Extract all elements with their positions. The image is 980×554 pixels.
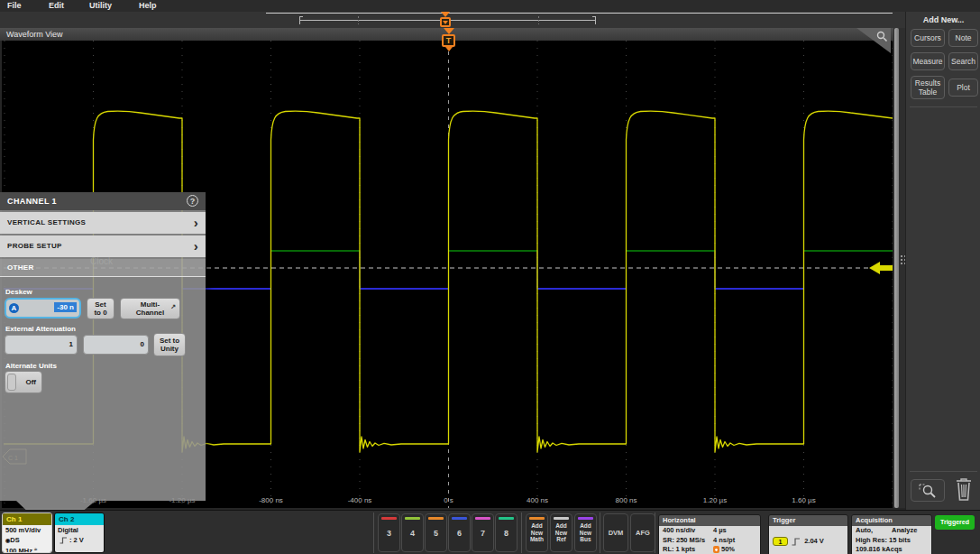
oscilloscope-screen: File Edit Utility Help Waveform View C 1… [0, 0, 980, 554]
alternate-units-label: Alternate Units [5, 362, 57, 370]
trigger-title: Trigger [769, 515, 847, 526]
afg-button[interactable]: AFG [630, 513, 655, 552]
menu-item-utility[interactable]: Utility [89, 1, 112, 10]
section-vertical-settings[interactable]: VERTICAL SETTINGS › [0, 212, 206, 234]
ch2-badge-header: Ch 2 [55, 513, 104, 525]
channel-button-label: 5 [434, 529, 438, 538]
note-button[interactable]: Note [948, 29, 978, 47]
trigger-time-marker[interactable]: T [439, 28, 458, 51]
trigger-source-badge: 1 [773, 537, 788, 546]
record-duration: 4 µs [713, 526, 727, 536]
section-other[interactable]: OTHER [0, 259, 206, 277]
add-new-panel: Add New... Cursors Note Measure Search R… [905, 12, 980, 554]
deskew-label: Deskew [5, 288, 32, 296]
set-to-unity-button[interactable]: Set to Unity [153, 333, 186, 356]
ch1-badge-header: Ch 1 [3, 513, 51, 525]
channel-6-button[interactable]: 6 [448, 513, 471, 552]
ch2-threshold: : 2 V [69, 536, 84, 544]
time-axis-label: 1.20 µs [688, 496, 742, 504]
triggered-status-badge: Triggered [935, 515, 975, 530]
ch1-probe: DS [10, 536, 19, 544]
ch1-scale: 500 mV/div [5, 526, 41, 534]
measure-button[interactable]: Measure [911, 52, 945, 70]
bandwidth-icon: ≈ [34, 547, 37, 552]
separator [655, 512, 655, 553]
section-label: OTHER [7, 263, 34, 272]
acq-stop-mode: Auto, [856, 526, 873, 536]
ch2-badge-name: Ch 2 [59, 515, 74, 523]
rising-slope-icon [792, 538, 801, 546]
alternate-units-toggle[interactable]: Off [5, 371, 42, 393]
help-icon[interactable]: ? [187, 195, 198, 207]
multipurpose-a-badge: A [9, 303, 19, 313]
multi-channel-button[interactable]: Multi- Channel ↗ [120, 298, 180, 319]
trash-button[interactable] [951, 476, 976, 503]
window-tick [538, 16, 539, 24]
magnifier-icon [875, 30, 888, 42]
ch1-badge[interactable]: Ch 1 500 mV/div ◉DS 100 MHz ≈ [2, 512, 52, 553]
menu-item-help[interactable]: Help [139, 1, 157, 10]
separator [521, 512, 522, 553]
external-attenuation-label: External Attenuation [5, 325, 76, 333]
expansion-point-icon [713, 546, 719, 553]
attenuation-input-2[interactable]: 0 [83, 335, 149, 355]
position-percent: 50% [721, 545, 735, 553]
slope-icon [60, 537, 68, 544]
trigger-position-marker[interactable] [440, 17, 451, 27]
deskew-input[interactable]: A -30 n [5, 298, 81, 319]
search-button[interactable]: Search [948, 52, 978, 70]
vertical-scrollbar[interactable] [893, 28, 905, 508]
section-probe-setup[interactable]: PROBE SETUP › [0, 235, 206, 257]
acquisition-overview-ruler[interactable] [0, 12, 905, 28]
channel-button-label: 4 [410, 529, 415, 538]
time-axis-label: 400 ns [510, 496, 564, 504]
results-table-button[interactable]: Results Table [911, 76, 945, 99]
panel-divider [910, 471, 977, 472]
channel-8-button[interactable]: 8 [495, 513, 517, 552]
section-label: VERTICAL SETTINGS [7, 218, 86, 226]
menu-item-edit[interactable]: Edit [49, 1, 64, 10]
sample-rate: SR: 250 MS/s [663, 536, 705, 546]
horizontal-panel[interactable]: Horizontal 400 ns/div4 µs SR: 250 MS/s4 … [658, 514, 761, 554]
trigger-flag-tip [445, 47, 453, 51]
channel-button-label: 7 [481, 529, 485, 538]
window-left-bracket [299, 16, 300, 24]
menu-item-file[interactable]: File [7, 1, 22, 10]
channel-4-button[interactable]: 4 [401, 513, 424, 552]
add-new-math-button[interactable]: Add New Math [526, 513, 548, 552]
plot-button[interactable]: Plot [948, 78, 978, 97]
scrollbar-track[interactable] [894, 28, 899, 508]
trigger-level-arrow[interactable] [869, 262, 893, 274]
ch2-mode: Digital [58, 526, 78, 534]
attenuation-input-1[interactable]: 1 [5, 335, 78, 355]
time-axis-label: -800 ns [244, 496, 298, 504]
acq-resolution: High Res: 15 bits [856, 536, 911, 546]
toggle-knob [7, 374, 16, 391]
ch2-badge-body: Digital : 2 V [55, 525, 104, 553]
settings-bar: Ch 1 500 mV/div ◉DS 100 MHz ≈ Ch 2 Digit… [0, 510, 980, 554]
trigger-level-value: 2.04 V [804, 537, 824, 545]
time-axis-label: 1.60 µs [777, 496, 831, 504]
zoom-mode-button[interactable] [911, 479, 945, 502]
channel-panel-anchor-tab [16, 501, 96, 510]
trash-icon [951, 476, 976, 503]
acq-count: 109.816 kAcqs [856, 545, 902, 554]
dvm-button[interactable]: DVM [603, 513, 628, 552]
cursors-button[interactable]: Cursors [911, 29, 945, 47]
waveform-view-title: Waveform View [6, 30, 63, 39]
chevron-right-icon: › [194, 212, 198, 233]
set-to-zero-button[interactable]: Set to 0 [87, 298, 114, 319]
channel-3-button[interactable]: 3 [378, 513, 400, 552]
expand-icon: ↗ [170, 302, 176, 310]
acquisition-panel[interactable]: Acquisition Auto,Analyze High Res: 15 bi… [851, 514, 932, 554]
add-new-bus-button[interactable]: Add New Bus [574, 513, 597, 552]
channel-7-button[interactable]: 7 [472, 513, 494, 552]
acq-mode: Analyze [892, 526, 917, 536]
channel-5-button[interactable]: 5 [425, 513, 447, 552]
trigger-panel[interactable]: Trigger 1 2.04 V [768, 514, 848, 554]
ch2-badge[interactable]: Ch 2 Digital : 2 V [54, 512, 105, 553]
channel-button-label: 8 [504, 529, 508, 538]
acquisition-title: Acquisition [852, 515, 931, 526]
afg-label: AFG [636, 529, 650, 537]
add-new-ref-button[interactable]: Add New Ref [550, 513, 572, 552]
